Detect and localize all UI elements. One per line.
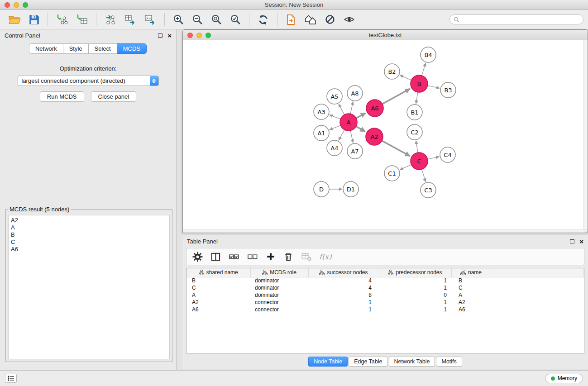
close-panel-icon[interactable]: ×: [167, 32, 172, 39]
node-C4[interactable]: C4: [440, 147, 455, 162]
node-A6[interactable]: A6: [366, 100, 383, 117]
edge-C-C4[interactable]: [428, 157, 440, 159]
resize-grip[interactable]: [583, 229, 588, 233]
node-C3[interactable]: C3: [421, 182, 436, 198]
export-image-button[interactable]: [143, 13, 157, 26]
open-document-button[interactable]: [285, 13, 297, 26]
table-cell[interactable]: A: [451, 291, 491, 299]
node-A3[interactable]: A3: [314, 104, 329, 119]
search-input[interactable]: [462, 16, 579, 23]
zoom-window-button[interactable]: [23, 2, 28, 8]
save-session-button[interactable]: [28, 14, 40, 26]
tab-style[interactable]: Style: [63, 43, 89, 54]
hide-selected-button[interactable]: [324, 13, 336, 26]
tab-mcds[interactable]: MCDS: [117, 43, 147, 54]
run-mcds-button[interactable]: Run MCDS: [40, 91, 84, 102]
close-window-button[interactable]: [5, 2, 10, 8]
delete-column-button[interactable]: [283, 251, 294, 262]
minimize-window-button[interactable]: [14, 2, 19, 8]
edge-B-B2[interactable]: [400, 75, 411, 80]
node-B[interactable]: B: [411, 75, 428, 92]
zoom-network-window-button[interactable]: [206, 33, 211, 38]
home-button[interactable]: [304, 13, 317, 26]
table-cell[interactable]: C: [186, 284, 250, 291]
import-network-button[interactable]: [55, 13, 69, 26]
edge-C-C3[interactable]: [422, 169, 426, 182]
table-cell[interactable]: B: [186, 277, 250, 284]
table-cell[interactable]: 0: [379, 291, 451, 299]
table-cell[interactable]: 8: [308, 291, 379, 299]
column-header-successor-nodes[interactable]: successor nodes: [308, 268, 379, 277]
minimize-network-window-button[interactable]: [196, 33, 202, 38]
table-row[interactable]: A6connector11A6: [186, 306, 584, 313]
column-header-name[interactable]: name: [451, 268, 491, 277]
edge-A-A1[interactable]: [330, 125, 341, 130]
edge-A-A7[interactable]: [350, 131, 353, 143]
table-cell[interactable]: 1: [379, 284, 451, 291]
table-cell[interactable]: dominator: [250, 291, 308, 299]
edge-A6-B[interactable]: [382, 89, 410, 104]
float-table-panel-icon[interactable]: [570, 239, 574, 243]
table-cell[interactable]: 4: [308, 277, 379, 284]
optimization-criterion-dropdown[interactable]: largest connected component (directed): [18, 76, 159, 86]
open-session-button[interactable]: [8, 14, 22, 25]
edge-A2-C[interactable]: [382, 141, 410, 156]
table-cell[interactable]: A6: [451, 306, 491, 313]
node-D1[interactable]: D1: [343, 181, 359, 197]
edge-C-C2[interactable]: [416, 141, 418, 152]
show-columns-button[interactable]: [210, 251, 221, 262]
column-header-shared-name[interactable]: shared name: [186, 268, 250, 277]
network-canvas[interactable]: B4B2BB3A5A8A6B1A3AC2A1A2A4A7C4CC1C3DD1: [183, 40, 583, 229]
tab-select[interactable]: Select: [88, 43, 117, 54]
edge-A-A6[interactable]: [356, 113, 366, 118]
close-panel-button[interactable]: Close panel: [91, 91, 137, 102]
table-cell[interactable]: dominator: [250, 284, 308, 291]
unselect-all-button[interactable]: [247, 251, 258, 262]
task-history-button[interactable]: [5, 374, 17, 383]
export-network-button[interactable]: [104, 13, 117, 26]
node-D[interactable]: D: [314, 181, 329, 197]
node-A8[interactable]: A8: [347, 86, 363, 101]
table-cell[interactable]: 1: [308, 299, 379, 306]
node-B4[interactable]: B4: [421, 47, 436, 62]
result-item[interactable]: B: [11, 231, 167, 238]
add-column-button[interactable]: [265, 251, 276, 262]
column-header-MCDS-role[interactable]: MCDS role: [250, 268, 308, 277]
edge-A-A3[interactable]: [330, 115, 341, 119]
tab-node-table[interactable]: Node Table: [308, 357, 348, 367]
node-C2[interactable]: C2: [407, 124, 422, 140]
node-A[interactable]: A: [340, 114, 357, 131]
node-A5[interactable]: A5: [327, 89, 342, 104]
tab-network[interactable]: Network: [29, 43, 63, 54]
node-A2[interactable]: A2: [366, 128, 383, 145]
table-row[interactable]: Adominator80A: [186, 291, 584, 299]
table-cell[interactable]: A2: [451, 299, 491, 306]
table-cell[interactable]: B: [451, 277, 491, 284]
edge-B-B4[interactable]: [422, 63, 426, 76]
table-cell[interactable]: 1: [379, 306, 451, 313]
column-header-predecessor-nodes[interactable]: predecessor nodes: [379, 268, 451, 277]
node-A4[interactable]: A4: [327, 140, 342, 156]
import-table-button[interactable]: [75, 13, 89, 26]
result-item[interactable]: C: [11, 238, 167, 246]
node-A1[interactable]: A1: [314, 125, 329, 141]
zoom-fit-button[interactable]: [210, 13, 223, 26]
float-panel-icon[interactable]: [158, 33, 163, 38]
table-cell[interactable]: A: [186, 291, 250, 299]
table-cell[interactable]: A6: [186, 306, 250, 313]
table-cell[interactable]: C: [451, 284, 491, 291]
refresh-button[interactable]: [257, 13, 270, 26]
edge-A-A2[interactable]: [356, 126, 365, 131]
node-B1[interactable]: B1: [407, 105, 422, 120]
result-item[interactable]: A: [11, 224, 167, 231]
table-cell[interactable]: dominator: [250, 277, 308, 284]
export-table-button[interactable]: [124, 13, 137, 26]
table-cell[interactable]: 4: [308, 284, 379, 291]
network-vertical-scrollbar[interactable]: [583, 40, 588, 229]
zoom-selected-button[interactable]: [229, 13, 242, 26]
table-row[interactable]: A2connector11A2: [186, 299, 584, 306]
table-cell[interactable]: connector: [250, 299, 308, 306]
node-C1[interactable]: C1: [384, 166, 400, 181]
node-A7[interactable]: A7: [347, 143, 363, 159]
table-cell[interactable]: 1: [308, 306, 379, 313]
